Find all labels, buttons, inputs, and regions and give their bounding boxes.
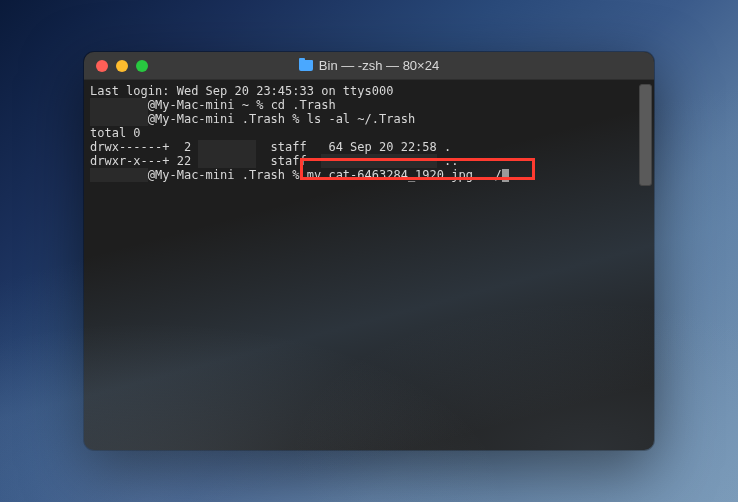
close-button[interactable] — [96, 60, 108, 72]
redacted-user: XXXXXXXX — [90, 98, 148, 112]
folder-icon — [299, 60, 313, 71]
prompt-path: .Trash % — [235, 112, 307, 126]
prompt-line-2: XXXXXXXX@My-Mac-mini .Trash % ls -al ~/.… — [90, 112, 648, 126]
window-title: Bin — -zsh — 80×24 — [84, 58, 654, 73]
redacted-user: XXXXXXXX — [90, 112, 148, 126]
redacted-size-date: 704 Sep 20 23:46 — [321, 154, 437, 168]
redacted-user: XXXXXXXX — [90, 168, 148, 182]
prompt-path: ~ % — [235, 98, 271, 112]
host: @My-Mac-mini — [148, 98, 235, 112]
zoom-button[interactable] — [136, 60, 148, 72]
window-title-bar[interactable]: Bin — -zsh — 80×24 — [84, 52, 654, 80]
window-controls — [96, 60, 148, 72]
window-title-text: Bin — -zsh — 80×24 — [319, 58, 439, 73]
prompt-path: .Trash % — [235, 168, 307, 182]
last-login-line: Last login: Wed Sep 20 23:45:33 on ttys0… — [90, 84, 648, 98]
cursor — [502, 169, 509, 182]
command-3: mv cat-6463284_1920.jpg ../ — [307, 168, 502, 182]
ls-row-2: drwxr-x---+ 22 XXXXXXXX staff 704 Sep 20… — [90, 154, 648, 168]
minimize-button[interactable] — [116, 60, 128, 72]
redacted-owner: XXXXXXXX — [198, 140, 256, 154]
terminal-body[interactable]: Last login: Wed Sep 20 23:45:33 on ttys0… — [84, 80, 654, 450]
scrollbar-thumb[interactable] — [639, 84, 652, 186]
prompt-line-1: XXXXXXXX@My-Mac-mini ~ % cd .Trash — [90, 98, 648, 112]
redacted-owner: XXXXXXXX — [198, 154, 256, 168]
host: @My-Mac-mini — [148, 112, 235, 126]
command-1: cd .Trash — [271, 98, 336, 112]
terminal-window: Bin — -zsh — 80×24 Last login: Wed Sep 2… — [84, 52, 654, 450]
ls-row-1: drwx------+ 2 XXXXXXXX staff 64 Sep 20 2… — [90, 140, 648, 154]
prompt-line-3: XXXXXXXX@My-Mac-mini .Trash % mv cat-646… — [90, 168, 648, 182]
ls-total: total 0 — [90, 126, 648, 140]
command-2: ls -al ~/.Trash — [307, 112, 415, 126]
host: @My-Mac-mini — [148, 168, 235, 182]
